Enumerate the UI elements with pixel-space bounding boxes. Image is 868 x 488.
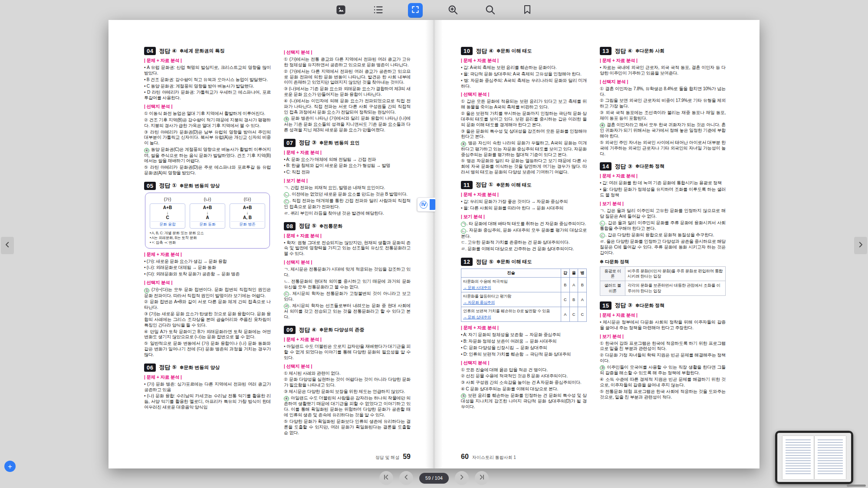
page-number: 59 bbox=[403, 453, 411, 461]
correct-answer-mark: ④ bbox=[600, 123, 605, 128]
analysis-section: | 보기 분석 |ㄱ. 타 문화에 대해 배타적 태도를 취하는 건 자문화 중… bbox=[461, 214, 587, 252]
footer-label: 정답 및 해설 bbox=[375, 455, 400, 461]
question-number-badge: 11 bbox=[461, 181, 473, 189]
analysis-item: ① 이동식 화전 농업은 열대 기후 지역에서 활발하게 이루어진다. bbox=[144, 111, 271, 117]
section-header: | 문제 + 자료 분석 | bbox=[600, 173, 726, 179]
fullscreen-button[interactable] bbox=[408, 3, 423, 18]
answer-cell: B bbox=[578, 278, 587, 292]
answer-cell: A bbox=[578, 292, 587, 307]
analysis-item: • 아일랜드 수도 더블린은 오로지 감자만을 재배했다가 대기근을 피할 수 … bbox=[284, 344, 411, 361]
diagram-column: (가)A+B↓C문화 융합 bbox=[150, 197, 185, 229]
search-button[interactable] bbox=[483, 3, 497, 18]
analysis-section: | 문제 + 자료 분석 |• (가) 문화 병존: 싱가포르에는 다른 지역에… bbox=[144, 374, 271, 410]
bookmark-icon bbox=[522, 4, 533, 16]
section-roman-numeral: Ⅳ bbox=[420, 201, 427, 209]
analysis-item: ⑤ 외국인 주민 자녀는 외국인 사이에서 태어난 아이로서 대부분 한국에 거… bbox=[600, 140, 726, 157]
question-topic: ✽다문화 사회 bbox=[635, 48, 664, 54]
answer-cell: C bbox=[561, 292, 569, 307]
policy-term-cell: 샐러드 볼 이론 bbox=[600, 281, 625, 295]
add-fab-button[interactable]: + bbox=[4, 461, 16, 472]
next-page-edge-button[interactable] bbox=[854, 237, 867, 254]
prev-page-edge-button[interactable] bbox=[1, 237, 14, 254]
page-left-footer: 정답 및 해설 59 bbox=[375, 453, 411, 461]
diagram-elements: A+B bbox=[231, 205, 264, 210]
analysis-item: ④ 병은 자신이 속한 나라의 문화가 우월하고, A국의 문화는 미개하다고 … bbox=[461, 141, 587, 157]
media-button[interactable] bbox=[333, 3, 348, 18]
analysis-item: • 갑: 우리의 문화가 가장 좋은 것이다 → 자문화 중심주의 bbox=[461, 199, 587, 205]
analysis-item: ③ 사회 구성원 간의 소속감을 높이는 건 A 자문화 중심주의이다. bbox=[461, 380, 587, 386]
analysis-item: ㄷ. 제시문의 학자는 전통문화가 고정불변의 것이 아니라고 보고 있다. bbox=[284, 291, 411, 302]
thumbnail-page-left bbox=[783, 436, 814, 479]
table-header-cell: 을 bbox=[569, 269, 578, 278]
analysis-section: | 선택지 분석 |① (가)에서는 전통 종교와 다른 지역에서 전파된 여러… bbox=[284, 49, 411, 133]
page-left: 04정답 ④✽세계 문화권의 특징| 문제 + 자료 분석 |• A 유럽 문화… bbox=[108, 20, 434, 468]
analysis-section: | 문제 + 자료 분석 |• A 유럽 문화권: 산업 혁명의 발상지로, 크… bbox=[144, 58, 271, 101]
analysis-item: ④ 동양 문화권(C)은 계절풍의 영향으로 벼농사가 활발히 이루어지며, 쌀… bbox=[144, 147, 271, 164]
zoom-in-button[interactable] bbox=[445, 3, 460, 18]
answer-label: 정답 ① bbox=[159, 182, 177, 190]
question-header: 04정답 ④✽세계 문화권의 특징 bbox=[144, 47, 271, 55]
analysis-item: ㄴ. 이전에는 없었던 새로운 문화 요소를 만드는 것은 B 발명이다. bbox=[284, 192, 411, 197]
correct-answer-mark: ㄷ bbox=[284, 291, 289, 297]
analysis-item: • (가) 문화 병존: 싱가포르에는 다른 지역에서 전파된 여러 종교가 공… bbox=[144, 382, 271, 393]
question-header: 14정답 ③✽다문화 정책 bbox=[600, 162, 726, 170]
section-header: | 선택지 분석 | bbox=[461, 360, 587, 366]
analysis-section: | 문제 + 자료 분석 |• 갑: 여러 문화를 한 데 녹여 기존 문화에 … bbox=[600, 173, 726, 198]
diagram-column-label: (가) bbox=[150, 197, 185, 203]
analysis-item: • D 라틴 아메리카 문화권: 가톨릭교가 우세하고 에스파냐어, 포르투갈어… bbox=[144, 90, 271, 101]
analysis-item: ② 문화 접변은 A+B와 같이 서로 다른 문화 체계 간의 접촉으로 나타난… bbox=[144, 299, 271, 311]
next-page-button[interactable] bbox=[455, 471, 469, 485]
bookmark-button[interactable] bbox=[520, 3, 535, 18]
analysis-item: • 을: 다양한 문화가 정체성을 유지하며 조화를 이루도록 하는 샐러드 볼… bbox=[600, 187, 726, 198]
section-header: | 보기 분석 | bbox=[284, 178, 411, 184]
analysis-item: ② 문화 다양성을 실현하는 것이 어렵다는 것이 아니라 다양한 문화가 필요… bbox=[284, 377, 411, 388]
correct-answer-mark: ㄴ bbox=[284, 192, 289, 197]
analysis-item: ① 모든 진술에 대해 옳은 답을 적은 건 병이다. bbox=[461, 367, 587, 373]
page-right-footer: 60 자이스토리 통합사회 1 bbox=[461, 453, 516, 461]
question-number-badge: 08 bbox=[284, 222, 296, 230]
analysis-item: ③ (가)는 새로운 문화 요소가 탄생한 것으로 문화 융합이다. 문화 융합… bbox=[144, 311, 271, 328]
analysis-item: ㄷ. 직접 전파는 매개체를 통한 간접 전파와 달리 사람과의 직접적인 접촉… bbox=[284, 198, 411, 210]
analysis-item: • 제시문은 정부에서 다문화 사회의 정착을 위해 이주자들의 갈증을 끌어내… bbox=[600, 320, 726, 331]
question-header: 13정답 ④✽다문화 사회 bbox=[600, 47, 726, 55]
analysis-item: ② 선진 문물 수용에 적극적인 것은 B 문화 사대주의이다. bbox=[461, 373, 587, 379]
last-page-button[interactable] bbox=[475, 471, 489, 485]
first-page-button[interactable] bbox=[379, 471, 393, 485]
section-header: | 보기 분석 | bbox=[600, 334, 726, 340]
section-header: | 선택지 분석 | bbox=[144, 104, 271, 110]
question-header: 09정답 ④✽문화 다양성의 존중 bbox=[284, 326, 411, 334]
statement-cell: 인류의 보편적 가치를 훼손하는 D로 발전할 수 있음→ 문화 상대주의 bbox=[461, 307, 561, 322]
section-header: | 선택지 분석 | bbox=[284, 49, 411, 56]
statement-text: 타문화를 열등하다고 평가함 bbox=[463, 294, 559, 299]
statement-cell: 타문화를 열등하다고 평가함→ 자문화 중심주의 bbox=[461, 292, 561, 307]
book-spread: 04정답 ④✽세계 문화권의 특징| 문제 + 자료 분석 |• A 유럽 문화… bbox=[108, 20, 760, 468]
table-header-cell: 갑 bbox=[561, 269, 569, 278]
correct-answer-mark: ③ bbox=[600, 365, 605, 370]
previous-page-button[interactable] bbox=[399, 471, 413, 485]
list-icon bbox=[372, 4, 384, 17]
page-indicator[interactable]: 59 / 104 bbox=[419, 473, 449, 484]
analysis-item: ㄱ. 간접 전파는 외재적 요인, 발명은 내재적 요인이다. bbox=[284, 185, 411, 191]
policy-term-cell: 용광로 이론 bbox=[600, 267, 625, 281]
analysis-item: • 을: 극단적 문화 상대주의: A국 축제의 고유성을 인정해야 한다. bbox=[461, 72, 587, 77]
analysis-item: • 갑: 여러 문화를 한 데 녹여 기존 문화에 통합시키는 용광로 정책 bbox=[600, 180, 726, 186]
analysis-item: • (가): 새로운 문화 요소가 생김 → 문화 융합 bbox=[144, 259, 271, 265]
section-header: | 문제 + 자료 분석 | bbox=[600, 58, 726, 64]
question-topic: ✽문화 변동의 양상 bbox=[180, 364, 220, 371]
horizontal-scrollbar[interactable] bbox=[847, 485, 866, 487]
analysis-item: ⑤ 전통문화 체험 프로그램은 한국 사회에 적응하는 것을 도와주는 것으로,… bbox=[600, 389, 726, 400]
policy-title: ✽ 다문화 정책 bbox=[600, 259, 726, 265]
statement-note: → 자문화 중심주의 bbox=[463, 300, 559, 305]
answer-cell: A bbox=[569, 278, 578, 292]
list-button[interactable] bbox=[371, 3, 385, 18]
question-topic: ✽문화 다양성의 존중 bbox=[319, 327, 364, 333]
correct-answer-mark: ㄷ bbox=[284, 199, 289, 204]
answer-cell: C bbox=[578, 307, 587, 322]
policy-desc-cell: 비주류 문화(이민자 문화)를 주류 문화로 편입하여 통합시키려 한다는 입장 bbox=[625, 267, 726, 281]
analysis-item: • (다): 외래문화와 토착 문화가 공존함 → 문화 병존 bbox=[144, 272, 271, 277]
spread-thumbnail-preview[interactable] bbox=[775, 431, 853, 484]
analysis-item: • 자료는 국내에 외국인 근로자, 외국 국적 동포, 결혼 이민자 등 다양… bbox=[600, 65, 726, 76]
analysis-item: • C: 직접 전파 bbox=[284, 170, 411, 175]
section-tab[interactable]: Ⅳ bbox=[417, 197, 435, 212]
table-row: 타문화를 열등하다고 평가함→ 자문화 중심주의CBA bbox=[461, 292, 587, 307]
